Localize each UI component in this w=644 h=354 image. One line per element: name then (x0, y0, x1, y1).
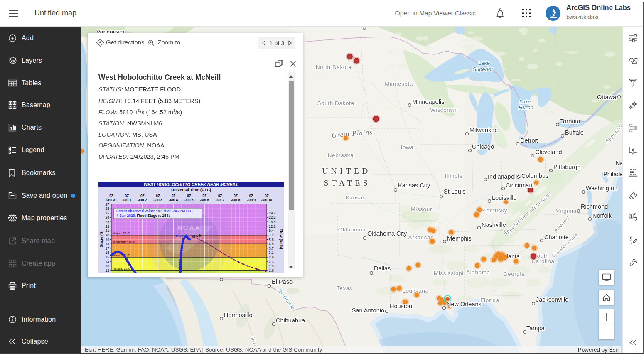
svg-text:20: 20 (106, 233, 110, 237)
svg-text:Lake: Lake (478, 60, 490, 66)
svg-text:Oklahoma City: Oklahoma City (367, 230, 407, 237)
svg-text:Ottawa: Ottawa (597, 94, 617, 101)
svg-text:0Z: 0Z (249, 194, 253, 198)
svg-text:Huron: Huron (519, 104, 533, 111)
svg-text:Nashville: Nashville (482, 221, 506, 228)
svg-text:Dec 31: Dec 31 (106, 198, 117, 202)
svg-text:Pittsburgh: Pittsburgh (553, 164, 580, 170)
svg-text:Mississippi: Mississippi (434, 270, 464, 276)
svg-text:Tampa: Tampa (526, 325, 545, 332)
svg-text:Charlotte: Charlotte (544, 234, 569, 241)
svg-text:Virginia: Virginia (556, 208, 577, 214)
svg-text:Missouri: Missouri (410, 206, 433, 212)
svg-text:16: 16 (106, 251, 110, 255)
svg-text:Milwaukee: Milwaukee (469, 127, 498, 133)
svg-text:0Z: 0Z (172, 194, 176, 198)
svg-text:Florida: Florida (480, 297, 499, 303)
svg-text:Jacksonville: Jacksonville (536, 296, 568, 303)
svg-text:19.32 ft: 19.32 ft (175, 234, 187, 238)
svg-text:Jan 3: Jan 3 (154, 198, 163, 202)
svg-text:Richmond: Richmond (581, 203, 608, 210)
svg-text:0Z: 0Z (218, 194, 222, 198)
svg-text:Major: 20.0': Major: 20.0' (113, 231, 130, 235)
svg-text:Jan 8: Jan 8 (231, 198, 241, 202)
svg-text:Jan 6: Jan 6 (200, 198, 209, 202)
svg-text:13: 13 (106, 264, 110, 268)
svg-text:19: 19 (106, 238, 110, 242)
svg-text:Oklahoma: Oklahoma (338, 226, 366, 233)
svg-text:Texas: Texas (337, 285, 352, 291)
svg-text:2.3: 2.3 (269, 260, 274, 264)
svg-text:Cincinnati: Cincinnati (506, 182, 532, 189)
svg-text:2.6: 2.6 (269, 255, 274, 259)
svg-text:0Z: 0Z (265, 194, 269, 198)
svg-text:Kansas: Kansas (346, 194, 366, 201)
svg-text:Wisconsin: Wisconsin (430, 107, 458, 113)
svg-text:Jan 1: Jan 1 (123, 198, 132, 202)
svg-text:22.2: 22.2 (269, 215, 276, 219)
svg-text:Jan 7: Jan 7 (216, 198, 225, 202)
svg-text:San Antonio: San Antonio (352, 307, 384, 314)
svg-text:Buffalo: Buffalo (565, 129, 584, 136)
svg-text:Columbus: Columbus (521, 172, 548, 179)
svg-text:Minnesota: Minnesota (385, 81, 413, 87)
svg-text:Alabama: Alabama (466, 269, 490, 275)
svg-text:Latest observed value: 19.1 ft: Latest observed value: 19.1 ft at 5:45 P… (116, 209, 194, 213)
svg-text:North Dakota: North Dakota (316, 64, 352, 70)
svg-text:Dallas: Dallas (374, 265, 391, 272)
svg-text:Indianapolis: Indianapolis (488, 173, 520, 180)
svg-text:Lake: Lake (519, 98, 531, 105)
svg-text:Kentucky: Kentucky (482, 207, 507, 214)
svg-text:El Paso: El Paso (272, 278, 293, 285)
svg-text:22: 22 (106, 224, 110, 229)
svg-text:Minneapolis: Minneapolis (412, 98, 444, 105)
svg-text:1.9: 1.9 (269, 264, 274, 268)
svg-text:14: 14 (106, 260, 110, 264)
svg-text:WEST HOBOLOCHITTO CREEK NEAR M: WEST HOBOLOCHITTO CREEK NEAR MCNEILL (144, 182, 239, 187)
svg-text:0Z: 0Z (234, 194, 238, 198)
svg-text:17: 17 (106, 246, 110, 251)
svg-text:Universal Time (UTC): Universal Time (UTC) (171, 187, 211, 192)
svg-text:Illinois: Illinois (445, 173, 462, 179)
svg-text:0Z: 0Z (140, 194, 145, 198)
svg-text:Stage (ft): Stage (ft) (99, 230, 103, 247)
svg-text:Houston: Houston (390, 303, 412, 310)
svg-text:Detroit: Detroit (520, 137, 538, 144)
svg-text:Jan 10: Jan 10 (261, 198, 272, 202)
svg-text:0Z: 0Z (203, 194, 207, 198)
svg-text:25: 25 (106, 211, 110, 215)
svg-text:Chihuahua: Chihuahua (276, 317, 305, 324)
svg-text:Memphis: Memphis (447, 235, 472, 242)
svg-text:29.2: 29.2 (269, 211, 276, 215)
svg-text:0Z: 0Z (125, 194, 129, 198)
svg-text:Kansas City: Kansas City (398, 182, 430, 189)
svg-text:New Orleans: New Orleans (447, 301, 482, 307)
svg-text:Jan 9: Jan 9 (247, 198, 256, 202)
svg-text:0Z: 0Z (156, 194, 160, 198)
svg-text:Louisville: Louisville (492, 194, 517, 201)
svg-text:UNITED: UNITED (322, 167, 371, 175)
svg-text:South Dakota: South Dakota (317, 100, 354, 106)
svg-text:St Louis: St Louis (444, 188, 465, 195)
svg-text:4-Jan-2023. Flood Stage is 15: 4-Jan-2023. Flood Stage is 15 ft (116, 214, 170, 218)
svg-text:Toronto: Toronto (560, 118, 580, 125)
svg-text:Hermosillo: Hermosillo (224, 312, 253, 318)
svg-text:27: 27 (106, 202, 110, 206)
svg-text:0Z: 0Z (187, 194, 191, 198)
svg-text:12.2: 12.2 (269, 224, 276, 229)
svg-text:1.6: 1.6 (269, 268, 274, 273)
svg-text:24: 24 (106, 215, 110, 219)
svg-text:15: 15 (106, 255, 110, 259)
svg-text:7.2: 7.2 (269, 233, 274, 237)
svg-text:5.6: 5.6 (269, 238, 274, 242)
svg-text:Norfolk: Norfolk (592, 212, 612, 219)
svg-text:3.1: 3.1 (269, 251, 274, 255)
svg-text:3.7: 3.7 (269, 246, 274, 251)
svg-text:4.5: 4.5 (269, 242, 274, 246)
svg-text:Cleveland: Cleveland (535, 149, 562, 155)
svg-text:Moderate: 18.0': Moderate: 18.0' (113, 240, 136, 244)
svg-text:Superior: Superior (472, 66, 493, 72)
svg-text:23: 23 (106, 220, 110, 224)
svg-text:0Z: 0Z (109, 194, 113, 198)
svg-text:12: 12 (106, 268, 110, 273)
